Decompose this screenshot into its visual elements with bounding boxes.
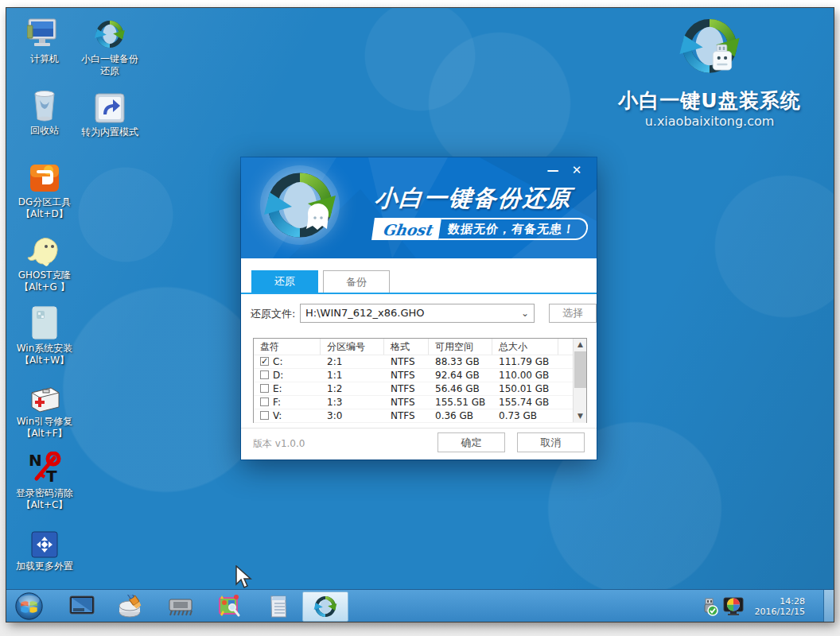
start-button[interactable] bbox=[14, 591, 44, 621]
show-desktop-button[interactable] bbox=[823, 590, 834, 622]
scroll-up-icon[interactable]: ▲ bbox=[574, 339, 587, 351]
taskbar: 14:28 2016/12/15 bbox=[6, 589, 834, 622]
svg-text:N: N bbox=[29, 452, 42, 470]
header-partition: 分区编号 bbox=[321, 339, 384, 355]
row-checkbox[interactable] bbox=[260, 357, 269, 366]
xiaobai-app-icon bbox=[313, 594, 338, 619]
table-scrollbar[interactable]: ▲ ▼ bbox=[573, 339, 586, 422]
ghost-wordmark: Ghost bbox=[371, 218, 441, 240]
row-checkbox[interactable] bbox=[260, 370, 269, 379]
table-row[interactable]: C: 2:1 NTFS 88.33 GB 111.79 GB bbox=[254, 355, 586, 369]
win-install-icon bbox=[6, 304, 83, 340]
restore-file-value: H:\WIN7_612_x86.GHO bbox=[305, 307, 424, 319]
row-checkbox[interactable] bbox=[260, 384, 269, 393]
ok-button[interactable]: 确定 bbox=[438, 432, 505, 452]
taskbar-display-icon[interactable] bbox=[65, 593, 99, 620]
header-format: 格式 bbox=[384, 339, 429, 355]
minimize-button[interactable]: — bbox=[544, 162, 562, 178]
brand-url: u.xiaobaixitong.com bbox=[598, 114, 821, 129]
desktop-icon-win-install[interactable]: Win系统安装 【Alt+W】 bbox=[6, 304, 83, 366]
dialog-title: 小白一键备份还原 bbox=[374, 183, 583, 215]
desktop-icon-label: Win引导修复 【Alt+F】 bbox=[6, 416, 83, 440]
partition-table: 盘符 分区编号 格式 可用空间 总大小 C: 2:1 NTFS 88.33 GB… bbox=[253, 338, 587, 423]
ghost-clone-icon bbox=[6, 231, 83, 267]
xiaobai-backup-icon bbox=[72, 14, 148, 51]
table-row[interactable]: V: 3:0 NTFS 0.36 GB 0.73 GB bbox=[254, 409, 586, 423]
restore-file-row: 还原文件: H:\WIN7_612_x86.GHO ⌄ 选择 bbox=[251, 304, 587, 323]
desktop-icon-builtin-mode[interactable]: 转为内置模式 bbox=[72, 87, 148, 138]
table-row[interactable]: F: 1:3 NTFS 155.51 GB 155.74 GB bbox=[254, 396, 586, 409]
load-more-icon bbox=[6, 522, 83, 558]
dialog-footer: 版本 v1.0.0 确定 取消 bbox=[241, 428, 597, 460]
desktop-icon-label: Win系统安装 【Alt+W】 bbox=[6, 343, 83, 366]
desktop-icon-label: GHOST克隆 【Alt+G 】 bbox=[6, 270, 83, 293]
tray-display-icon[interactable] bbox=[723, 597, 744, 616]
taskbar-clock[interactable]: 14:28 2016/12/15 bbox=[755, 596, 805, 617]
clock-date: 2016/12/15 bbox=[755, 607, 805, 617]
desktop-icon-label: 登录密码清除 【Alt+C】 bbox=[6, 487, 83, 511]
tab-restore[interactable]: 还原 bbox=[251, 270, 318, 293]
desktop-icon-dg-partition[interactable]: DG分区工具 【Alt+D】 bbox=[6, 157, 83, 220]
desktop: 计算机 小白一键备份 还原 回收站 转为内置模式 DG分区工具 【Alt+D】 … bbox=[6, 8, 834, 622]
tray-usb-icon[interactable] bbox=[701, 597, 718, 616]
tab-backup[interactable]: 备份 bbox=[323, 270, 390, 293]
table-row[interactable]: D: 1:1 NTFS 92.64 GB 110.00 GB bbox=[254, 369, 586, 382]
desktop-icon-xiaobai-backup[interactable]: 小白一键备份 还原 bbox=[72, 14, 148, 77]
brand-title: 小白一键U盘装系统 bbox=[598, 87, 821, 114]
desktop-icon-password-clear[interactable]: NT 登录密码清除 【Alt+C】 bbox=[6, 448, 83, 511]
screenshot-frame: 计算机 小白一键备份 还原 回收站 转为内置模式 DG分区工具 【Alt+D】 … bbox=[0, 0, 840, 636]
dg-partition-icon bbox=[6, 157, 83, 194]
close-button[interactable]: ✕ bbox=[568, 162, 585, 178]
tab-underline bbox=[241, 293, 597, 294]
desktop-icon-ghost-clone[interactable]: GHOST克隆 【Alt+G 】 bbox=[6, 231, 83, 293]
system-tray: 14:28 2016/12/15 bbox=[701, 590, 805, 622]
ghost-badge: Ghost 数据无价，有备无患！ bbox=[371, 218, 589, 240]
dialog-tabs: 还原 备份 bbox=[251, 270, 390, 293]
header-free: 可用空间 bbox=[429, 339, 492, 355]
row-checkbox[interactable] bbox=[260, 411, 269, 420]
desktop-icon-label: 加载更多外置 bbox=[6, 560, 83, 572]
table-row[interactable]: E: 1:2 NTFS 56.46 GB 150.01 GB bbox=[254, 382, 586, 396]
password-clear-icon: NT bbox=[6, 448, 83, 485]
desktop-icon-label: DG分区工具 【Alt+D】 bbox=[6, 196, 83, 220]
dialog-ghost-logo-icon bbox=[259, 164, 346, 251]
combobox-dropdown-icon[interactable]: ⌄ bbox=[521, 304, 529, 322]
clock-time: 14:28 bbox=[755, 596, 805, 607]
svg-text:T: T bbox=[46, 467, 57, 485]
scrollbar-thumb[interactable] bbox=[574, 351, 586, 388]
select-file-button[interactable]: 选择 bbox=[549, 304, 597, 323]
ghost-slogan: 数据无价，有备无患！ bbox=[438, 218, 589, 240]
desktop-icon-label: 转为内置模式 bbox=[72, 126, 148, 138]
header-total: 总大小 bbox=[492, 339, 558, 355]
cancel-button[interactable]: 取消 bbox=[517, 432, 585, 452]
builtin-mode-icon bbox=[72, 87, 148, 124]
taskbar-memory-icon[interactable] bbox=[164, 593, 197, 620]
win-bootfix-icon bbox=[6, 377, 83, 413]
restore-file-combobox[interactable]: H:\WIN7_612_x86.GHO ⌄ bbox=[300, 304, 535, 323]
desktop-icon-label: 小白一键备份 还原 bbox=[72, 53, 148, 77]
backup-restore-dialog: 小白一键备份还原 Ghost 数据无价，有备无患！ — ✕ 还原 备份 还原文件… bbox=[241, 157, 597, 460]
scroll-down-icon[interactable]: ▼ bbox=[574, 410, 587, 422]
version-label: 版本 v1.0.0 bbox=[253, 437, 305, 451]
brand-block: 小白一键U盘装系统 u.xiaobaixitong.com bbox=[598, 13, 821, 129]
desktop-icon-win-bootfix[interactable]: Win引导修复 【Alt+F】 bbox=[6, 377, 83, 440]
restore-file-label: 还原文件: bbox=[251, 307, 295, 321]
taskbar-diskclean-icon[interactable] bbox=[115, 593, 148, 620]
row-checkbox[interactable] bbox=[260, 398, 269, 406]
partition-table-header: 盘符 分区编号 格式 可用空间 总大小 bbox=[254, 339, 586, 355]
header-drive: 盘符 bbox=[254, 339, 321, 355]
taskbar-notepad-icon[interactable] bbox=[262, 593, 296, 620]
taskbar-active-app-button[interactable] bbox=[302, 591, 348, 622]
dialog-banner: 小白一键备份还原 Ghost 数据无价，有备无患！ — ✕ bbox=[241, 157, 597, 258]
desktop-icon-load-more[interactable]: 加载更多外置 bbox=[6, 522, 83, 572]
taskbar-screenshot-icon[interactable] bbox=[213, 593, 247, 620]
brand-usb-logo-icon bbox=[673, 13, 746, 83]
